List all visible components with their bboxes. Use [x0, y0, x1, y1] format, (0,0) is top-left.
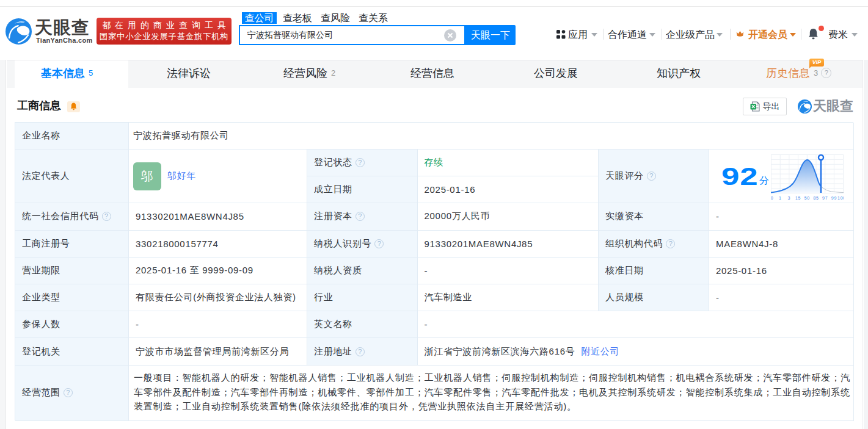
svg-text:85: 85	[813, 196, 819, 200]
svg-text:97: 97	[822, 196, 828, 200]
svg-text:50: 50	[804, 196, 810, 200]
svg-text:1: 1	[779, 196, 782, 200]
svg-text:15: 15	[795, 196, 801, 200]
svg-text:0: 0	[771, 196, 773, 200]
svg-text:99: 99	[831, 196, 837, 200]
svg-text:3: 3	[788, 196, 791, 200]
svg-text:100: 100	[837, 196, 844, 200]
